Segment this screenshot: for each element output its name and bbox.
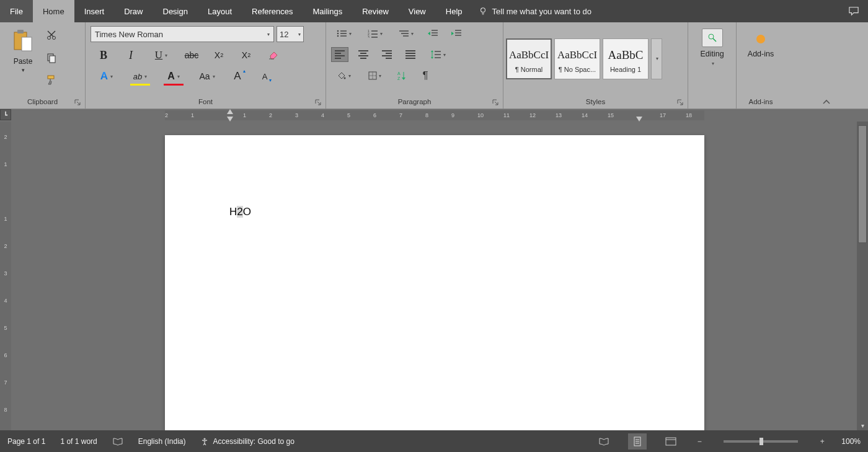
show-marks-button[interactable]: ¶ xyxy=(417,68,434,83)
zoom-level[interactable]: 100% xyxy=(841,437,861,446)
zoom-slider[interactable] xyxy=(724,440,798,443)
document-page[interactable]: H2O xyxy=(165,135,704,430)
eraser-icon xyxy=(268,50,279,60)
spell-check-indicator[interactable] xyxy=(112,437,123,446)
bullets-button[interactable]: ▾ xyxy=(331,26,356,41)
line-spacing-button[interactable]: ▾ xyxy=(425,47,450,62)
italic-button[interactable]: I xyxy=(122,47,140,63)
paragraph-launcher[interactable] xyxy=(492,99,500,107)
decrease-indent-button[interactable] xyxy=(424,26,441,41)
svg-rect-12 xyxy=(48,76,54,79)
zoom-out-button[interactable]: − xyxy=(695,437,704,446)
subscript-button[interactable]: X2 xyxy=(210,47,228,63)
align-left-button[interactable] xyxy=(331,47,348,62)
increase-indent-button[interactable] xyxy=(448,26,465,41)
align-right-button[interactable] xyxy=(378,47,396,62)
styles-launcher[interactable] xyxy=(676,99,685,107)
tab-draw[interactable]: Draw xyxy=(114,0,153,22)
language-indicator[interactable]: English (India) xyxy=(138,437,186,446)
tab-mailings[interactable]: Mailings xyxy=(303,0,353,22)
underline-button[interactable]: U▾ xyxy=(149,47,174,63)
numbering-button[interactable]: 123▾ xyxy=(362,26,387,41)
print-layout-button[interactable] xyxy=(628,433,647,450)
clipboard-launcher[interactable] xyxy=(74,99,82,107)
tab-layout[interactable]: Layout xyxy=(198,0,242,22)
font-launcher[interactable] xyxy=(314,99,323,107)
addins-icon xyxy=(753,31,769,47)
bullets-icon xyxy=(336,29,347,38)
addins-button[interactable]: Add-ins xyxy=(742,31,780,58)
svg-point-14 xyxy=(337,30,339,32)
page-count[interactable]: Page 1 of 1 xyxy=(7,437,45,446)
strikethrough-button[interactable]: abc xyxy=(182,47,201,63)
font-size-dropdown[interactable]: 12▾ xyxy=(277,26,304,42)
zoom-in-button[interactable]: + xyxy=(818,437,826,446)
chevron-down-icon: ▾ xyxy=(165,53,167,58)
tab-help[interactable]: Help xyxy=(436,0,472,22)
svg-point-16 xyxy=(337,33,339,35)
change-case-button[interactable]: Aa▾ xyxy=(195,68,219,84)
shading-button[interactable]: ▾ xyxy=(331,68,356,83)
svg-point-6 xyxy=(48,37,51,40)
justify-button[interactable] xyxy=(402,47,419,62)
tab-file[interactable]: File xyxy=(0,0,33,22)
format-painter-button[interactable] xyxy=(45,73,58,87)
tab-insert[interactable]: Insert xyxy=(74,0,115,22)
tab-references[interactable]: References xyxy=(242,0,303,22)
style-normal[interactable]: AaBbCcI¶ Normal xyxy=(506,38,552,79)
borders-button[interactable]: ▾ xyxy=(362,68,387,83)
paste-label: Paste xyxy=(14,57,33,66)
chevron-down-icon: ▾ xyxy=(22,67,25,73)
web-layout-button[interactable] xyxy=(662,433,680,450)
tab-home[interactable]: Home xyxy=(33,0,74,22)
editing-button[interactable]: Editing ▾ xyxy=(693,29,731,66)
font-color-button[interactable]: A▾ xyxy=(161,68,186,84)
text-effects-button[interactable]: A▾ xyxy=(94,68,119,84)
svg-point-51 xyxy=(709,34,714,39)
grow-font-button[interactable]: A▴ xyxy=(228,68,247,84)
sort-button[interactable]: AZ xyxy=(393,68,410,83)
horizontal-ruler[interactable]: ┗ 211234567891011121314151718 xyxy=(0,109,868,122)
copy-button[interactable] xyxy=(45,51,58,64)
tab-design[interactable]: Design xyxy=(153,0,198,22)
shrink-font-button[interactable]: A▾ xyxy=(255,68,274,84)
ribbon-collapse-button[interactable] xyxy=(785,22,868,109)
vertical-scrollbar[interactable]: ▴ ▾ xyxy=(857,122,868,430)
styles-expand-button[interactable]: ▾ xyxy=(651,38,662,79)
style-no-spacing[interactable]: AaBbCcI¶ No Spac... xyxy=(554,38,600,79)
outdent-icon xyxy=(427,29,438,38)
font-size-value: 12 xyxy=(280,30,288,39)
styles-label: Styles xyxy=(586,98,605,105)
document-text[interactable]: H2O xyxy=(229,206,251,218)
bold-button[interactable]: B xyxy=(94,47,113,63)
tab-view[interactable]: View xyxy=(399,0,436,22)
scroll-down-arrow[interactable]: ▾ xyxy=(857,420,868,430)
accessibility-icon xyxy=(200,437,209,446)
zoom-slider-thumb[interactable] xyxy=(760,438,763,445)
comments-button[interactable] xyxy=(839,0,868,22)
style-heading-1[interactable]: AaBbCHeading 1 xyxy=(603,38,649,79)
tab-review[interactable]: Review xyxy=(352,0,399,22)
font-label: Font xyxy=(198,98,213,105)
tab-selector[interactable]: ┗ xyxy=(0,109,11,120)
align-center-button[interactable] xyxy=(355,47,372,62)
tell-me-search[interactable]: Tell me what you want to do xyxy=(479,0,591,22)
chevron-down-icon: ▾ xyxy=(349,31,352,37)
clear-formatting-button[interactable] xyxy=(264,47,283,63)
multilevel-list-button[interactable]: ▾ xyxy=(393,26,418,41)
group-font: Times New Roman▾ 12▾ B I U▾ abc X2 X2 A▾… xyxy=(86,22,326,109)
font-name-dropdown[interactable]: Times New Roman▾ xyxy=(91,26,274,42)
cut-button[interactable] xyxy=(45,29,58,42)
scrollbar-thumb[interactable] xyxy=(858,125,867,243)
chevron-down-icon: ▾ xyxy=(656,56,658,61)
highlight-button[interactable]: ab▾ xyxy=(128,68,153,84)
chevron-down-icon: ▾ xyxy=(298,32,301,37)
superscript-button[interactable]: X2 xyxy=(237,47,255,63)
paste-button[interactable]: Paste ▾ xyxy=(5,26,41,73)
word-count[interactable]: 1 of 1 word xyxy=(60,437,97,446)
vertical-ruler[interactable]: 2112345678 xyxy=(0,122,11,430)
paste-icon xyxy=(12,29,34,53)
accessibility-indicator[interactable]: Accessibility: Good to go xyxy=(200,437,294,446)
read-mode-button[interactable] xyxy=(595,433,613,450)
status-bar: Page 1 of 1 1 of 1 word English (India) … xyxy=(0,430,868,452)
